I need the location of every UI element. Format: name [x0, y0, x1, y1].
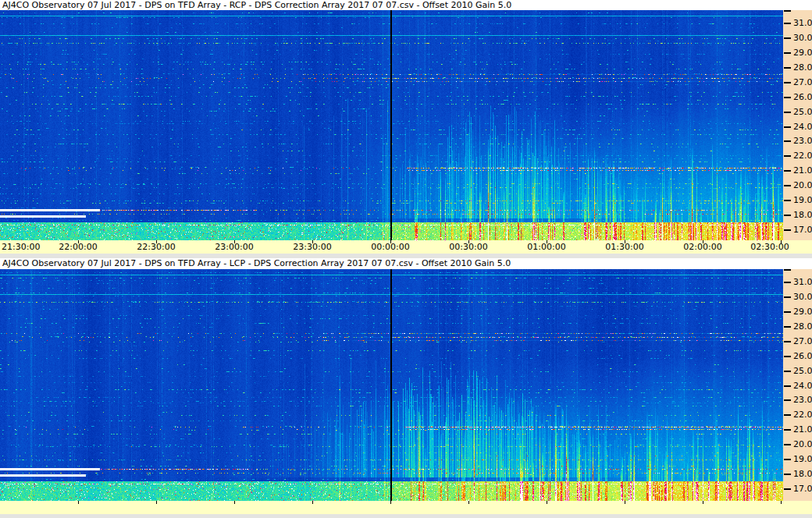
- freq-tick-label: 21.0: [793, 425, 812, 434]
- freq-tick-label: 25.0: [793, 108, 812, 116]
- freq-tick-label: 24.0: [793, 122, 812, 131]
- time-tick-label: 23:30:00: [293, 243, 331, 252]
- freq-tick: [784, 97, 791, 98]
- freq-tick: [784, 82, 791, 83]
- time-tick-label: 00:30:00: [449, 243, 487, 252]
- freq-tick-label: 20.0: [793, 440, 812, 449]
- freq-tick-label: 30.0: [793, 293, 812, 301]
- time-tick: [312, 501, 313, 504]
- freq-tick: [784, 126, 791, 128]
- time-tick-label: 21:30:00: [2, 243, 40, 252]
- freq-tick: [784, 23, 791, 24]
- freq-tick: [784, 269, 791, 271]
- time-cursor-lcp[interactable]: [390, 269, 392, 501]
- time-axis-bottom-clipped: [0, 501, 812, 514]
- freq-tick-label: 17.0: [793, 484, 812, 493]
- freq-tick-label: 27.0: [793, 78, 812, 87]
- freq-tick-label: 17.0: [793, 225, 812, 234]
- time-tick: [468, 501, 469, 504]
- freq-tick: [784, 185, 791, 186]
- freq-tick-label: 29.0: [793, 307, 812, 316]
- freq-tick-label: 19.0: [793, 196, 812, 204]
- freq-tick: [784, 311, 791, 313]
- time-cursor-rcp[interactable]: [390, 10, 392, 240]
- time-tick: [234, 501, 235, 504]
- time-tick-label: 22:30:00: [137, 243, 175, 252]
- time-axis: 21:30:0022:00:0022:30:0023:00:0023:30:00…: [0, 240, 812, 254]
- freq-tick-label: 31.0: [793, 278, 812, 286]
- spectrograph-window: AJ4CO Observatory 07 Jul 2017 - DPS on T…: [0, 0, 812, 518]
- rcp-title-text: AJ4CO Observatory 07 Jul 2017 - DPS on T…: [2, 0, 511, 10]
- freq-tick-label: 30.0: [793, 34, 812, 42]
- freq-tick-label: 22.0: [793, 151, 812, 160]
- time-tick: [625, 501, 625, 504]
- time-tick-label: 01:00:00: [527, 243, 565, 252]
- freq-tick: [784, 385, 791, 387]
- freq-tick-label: 22.0: [793, 410, 812, 419]
- freq-tick: [784, 459, 791, 460]
- freq-tick: [784, 429, 791, 431]
- freq-tick: [784, 326, 791, 328]
- freq-tick: [784, 10, 791, 12]
- time-tick: [156, 501, 157, 504]
- freq-tick: [784, 67, 791, 69]
- time-tick-label: 02:00:00: [683, 243, 721, 252]
- freq-tick-label: 29.0: [793, 48, 812, 57]
- freq-tick: [784, 140, 791, 142]
- freq-tick: [784, 356, 791, 357]
- time-tick-label: 02:30:00: [750, 243, 789, 252]
- freq-tick: [784, 229, 791, 231]
- freq-tick: [784, 371, 791, 372]
- rcp-title-bar: AJ4CO Observatory 07 Jul 2017 - DPS on T…: [0, 0, 812, 10]
- freq-tick-label: 26.0: [793, 352, 812, 360]
- time-tick: [390, 501, 391, 504]
- time-tick: [781, 501, 782, 504]
- freq-tick-label: 25.0: [793, 367, 812, 375]
- freq-tick: [784, 155, 791, 157]
- freq-tick-label: 23.0: [793, 396, 812, 404]
- time-tick-label: 00:00:00: [371, 243, 409, 252]
- freq-tick: [784, 112, 791, 113]
- freq-tick: [784, 474, 791, 475]
- freq-tick-label: 21.0: [793, 166, 812, 175]
- freq-tick: [784, 282, 791, 283]
- freq-tick-label: 23.0: [793, 137, 812, 145]
- rcp-frequency-axis: 31.030.029.028.027.026.025.024.023.022.0…: [783, 10, 812, 240]
- lcp-title-text: AJ4CO Observatory 07 Jul 2017 - DPS on T…: [2, 258, 511, 269]
- freq-tick-label: 26.0: [793, 93, 812, 101]
- freq-tick-label: 31.0: [793, 19, 812, 27]
- freq-tick: [784, 215, 791, 216]
- window-bottom-edge: [0, 514, 812, 518]
- freq-tick: [784, 170, 791, 172]
- time-tick-label: 22:00:00: [59, 243, 97, 252]
- freq-tick-label: 28.0: [793, 322, 812, 331]
- freq-tick-label: 18.0: [793, 211, 812, 219]
- time-tick: [703, 501, 703, 504]
- lcp-frequency-axis: 31.030.029.028.027.026.025.024.023.022.0…: [783, 269, 812, 501]
- time-tick: [78, 501, 79, 504]
- freq-tick-label: 27.0: [793, 337, 812, 346]
- freq-tick: [784, 399, 791, 401]
- freq-tick: [784, 296, 791, 298]
- freq-tick-label: 18.0: [793, 470, 812, 478]
- freq-tick: [784, 341, 791, 342]
- freq-tick-label: 19.0: [793, 455, 812, 463]
- time-tick: [547, 501, 547, 504]
- freq-tick-label: 28.0: [793, 63, 812, 72]
- freq-tick: [784, 488, 791, 490]
- freq-tick-label: 24.0: [793, 381, 812, 390]
- time-tick-label: 23:00:00: [215, 243, 253, 252]
- freq-tick: [784, 414, 791, 416]
- freq-tick-label: 20.0: [793, 181, 812, 190]
- time-tick-label: 01:30:00: [605, 243, 643, 252]
- freq-tick: [784, 52, 791, 54]
- freq-tick: [784, 444, 791, 445]
- freq-tick: [784, 37, 791, 39]
- lcp-title-bar: AJ4CO Observatory 07 Jul 2017 - DPS on T…: [0, 258, 812, 269]
- freq-tick: [784, 200, 791, 201]
